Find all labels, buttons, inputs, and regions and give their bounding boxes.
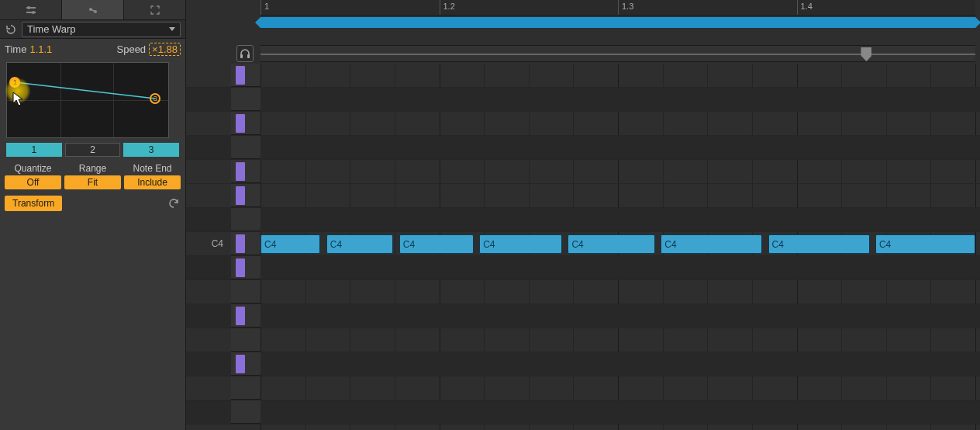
velocity-indicator <box>236 234 245 253</box>
range-button[interactable]: Fit <box>64 175 121 189</box>
piano-row[interactable] <box>186 136 980 160</box>
timeline-ruler[interactable]: 1 1.2 1.3 1.4 <box>261 0 975 16</box>
ruler-tick: 1.2 <box>440 0 455 15</box>
svg-rect-7 <box>240 54 243 58</box>
piano-row[interactable] <box>186 160 980 184</box>
preview-headphones-button[interactable] <box>236 45 254 62</box>
piano-row[interactable] <box>186 88 980 112</box>
control-buttons: Off Fit Include <box>5 175 181 189</box>
piano-row[interactable] <box>186 256 980 280</box>
piano-row[interactable] <box>186 184 980 208</box>
tab-envelope[interactable] <box>62 0 124 19</box>
refresh-icon[interactable] <box>5 23 17 36</box>
svg-line-6 <box>15 82 155 99</box>
piano-row[interactable] <box>186 112 980 136</box>
segment-3[interactable]: 3 <box>123 143 179 157</box>
velocity-indicator <box>236 162 245 181</box>
parameter-readout: Time 1.1.1 Speed ×1.88 <box>0 39 185 59</box>
piano-row[interactable] <box>186 208 980 232</box>
segment-1[interactable]: 1 <box>6 143 62 157</box>
piano-row[interactable] <box>186 64 980 88</box>
piano-row[interactable] <box>186 376 980 401</box>
velocity-indicator <box>236 186 245 205</box>
segment-2[interactable]: 2 <box>65 143 121 157</box>
time-value[interactable]: 1.1.1 <box>29 43 52 55</box>
device-dropdown[interactable]: Time Warp <box>22 22 181 37</box>
device-chooser-row: Time Warp <box>0 20 185 39</box>
velocity-indicator <box>236 114 245 133</box>
tab-tools[interactable] <box>0 0 62 19</box>
tab-expand[interactable] <box>124 0 185 19</box>
time-label: Time <box>5 43 26 55</box>
ruler-tick: 1 <box>261 0 269 15</box>
velocity-indicator <box>236 258 245 277</box>
note-end-button[interactable]: Include <box>124 175 181 189</box>
svg-point-3 <box>32 11 35 14</box>
speed-label: Speed <box>117 43 147 55</box>
panel-tab-strip <box>0 0 185 20</box>
piano-row[interactable] <box>186 401 980 425</box>
speed-value[interactable]: ×1.88 <box>149 43 181 56</box>
ruler-tick: 1.4 <box>797 0 813 15</box>
range-label: Range <box>64 163 121 174</box>
transform-button[interactable]: Transform <box>5 196 62 211</box>
piano-roll: C4C4C4C4C4C4C4C4 C4 <box>186 64 980 430</box>
velocity-indicator <box>236 66 245 85</box>
piano-row[interactable] <box>186 304 980 328</box>
quantize-button[interactable]: Off <box>5 175 61 189</box>
scrub-handle[interactable] <box>861 47 871 61</box>
quantize-label: Quantize <box>5 163 61 174</box>
segment-buttons: 1 2 3 <box>6 143 179 157</box>
scrub-track[interactable] <box>261 45 975 62</box>
envelope-editor[interactable]: 1 3 <box>6 62 169 138</box>
svg-rect-8 <box>247 54 250 58</box>
redo-icon[interactable] <box>167 196 181 210</box>
svg-point-2 <box>27 6 30 9</box>
transform-panel: Time Warp Time 1.1.1 Speed ×1.88 1 3 1 2… <box>0 0 186 430</box>
piano-row[interactable] <box>186 328 980 352</box>
chevron-down-icon <box>169 27 175 31</box>
key-label: C4 <box>186 238 228 249</box>
ruler-tick: 1.3 <box>618 0 633 15</box>
envelope-node-3[interactable]: 3 <box>150 93 160 104</box>
note-end-label: Note End <box>124 163 181 174</box>
velocity-indicator <box>236 307 245 325</box>
velocity-indicator <box>236 355 245 373</box>
piano-row[interactable]: C4 <box>186 232 980 256</box>
envelope-node-1[interactable]: 1 <box>9 77 20 88</box>
piano-row[interactable] <box>186 352 980 376</box>
loop-brace[interactable] <box>261 17 975 28</box>
control-labels: Quantize Range Note End <box>5 163 181 174</box>
piano-row[interactable] <box>186 280 980 304</box>
device-name: Time Warp <box>27 23 76 35</box>
clip-editor: 1 1.2 1.3 1.4 C4C4C4C4C4C4C4C4 C4 <box>186 0 980 430</box>
